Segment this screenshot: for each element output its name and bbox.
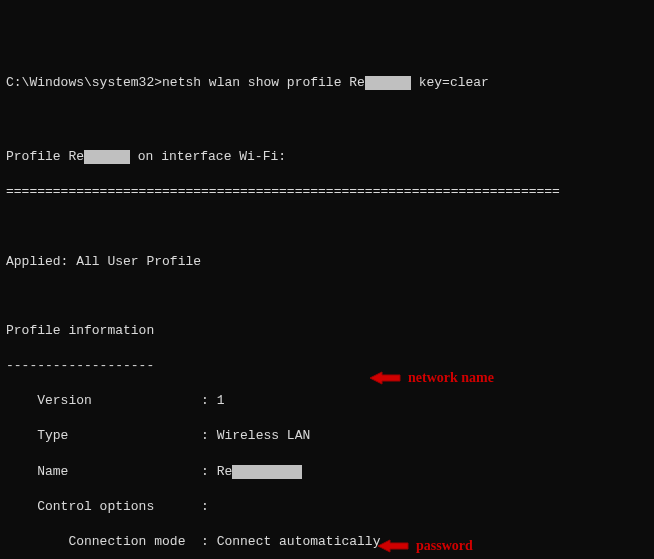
control-label: Control options [6, 499, 201, 514]
header-suffix: on interface Wi-Fi: [130, 149, 286, 164]
command-prompt-line: C:\Windows\system32>netsh wlan show prof… [6, 74, 648, 92]
type-value: : Wireless LAN [201, 428, 310, 443]
name-row: Name : Re [6, 463, 648, 481]
version-row: Version : 1 [6, 392, 648, 410]
cmd-suffix: key=clear [411, 75, 489, 90]
conn-mode-row: Connection mode : Connect automatically [6, 533, 648, 551]
version-value: : 1 [201, 393, 224, 408]
prompt-path: C:\Windows\system32> [6, 75, 162, 90]
profile-header-line: Profile Re on interface Wi-Fi: [6, 148, 648, 166]
control-row: Control options : [6, 498, 648, 516]
redacted-profile-name-cmd [365, 76, 411, 90]
type-row: Type : Wireless LAN [6, 427, 648, 445]
separator-line: ========================================… [6, 183, 648, 201]
control-sep: : [201, 499, 209, 514]
version-label: Version [6, 393, 201, 408]
redacted-profile-name-header [84, 150, 130, 164]
conn-mode-value: : Connect automatically [201, 534, 380, 549]
header-prefix: Profile Re [6, 149, 84, 164]
applied-line: Applied: All User Profile [6, 253, 648, 271]
redacted-name [232, 465, 302, 479]
profile-info-dashes: ------------------- [6, 357, 648, 375]
type-label: Type [6, 428, 201, 443]
profile-info-title: Profile information [6, 322, 648, 340]
name-label: Name [6, 464, 201, 479]
name-value-prefix: : Re [201, 464, 232, 479]
cmd-prefix: netsh wlan show profile Re [162, 75, 365, 90]
conn-mode-label: Connection mode [6, 534, 201, 549]
